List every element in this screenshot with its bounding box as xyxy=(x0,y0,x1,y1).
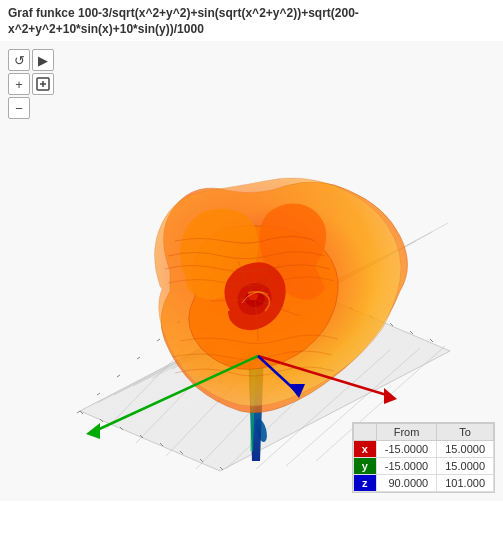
col-header-to: To xyxy=(437,424,494,441)
to-value: 15.0000 xyxy=(437,458,494,475)
from-value: -15.0000 xyxy=(376,441,436,458)
data-table: From To x-15.000015.0000y-15.000015.0000… xyxy=(353,423,494,492)
zoom-reset-button[interactable] xyxy=(32,73,54,95)
title-bar: Graf funkce 100-3/sqrt(x^2+y^2)+sin(sqrt… xyxy=(0,0,503,41)
svg-line-35 xyxy=(77,411,80,413)
svg-marker-48 xyxy=(86,423,100,439)
toolbar: ↺ ▶ + − xyxy=(8,49,54,119)
table-header-row: From To xyxy=(353,424,493,441)
axis-label-cell: x xyxy=(353,441,376,458)
title-prefix: Graf funkce xyxy=(8,6,78,20)
svg-line-39 xyxy=(157,339,160,341)
col-header-from: From xyxy=(376,424,436,441)
svg-line-38 xyxy=(137,357,140,359)
rotate-cw-button[interactable]: ▶ xyxy=(32,49,54,71)
from-value: -15.0000 xyxy=(376,458,436,475)
axis-label-cell: y xyxy=(353,458,376,475)
data-table-container: From To x-15.000015.0000y-15.000015.0000… xyxy=(352,422,495,493)
toolbar-row-3: − xyxy=(8,97,54,119)
zoom-in-button[interactable]: + xyxy=(8,73,30,95)
rotate-ccw-button[interactable]: ↺ xyxy=(8,49,30,71)
table-row: z90.0000101.000 xyxy=(353,475,493,492)
zoom-out-button[interactable]: − xyxy=(8,97,30,119)
svg-line-36 xyxy=(97,393,100,395)
svg-line-37 xyxy=(117,375,120,377)
graph-area: ↺ ▶ + − xyxy=(0,41,503,501)
svg-line-33 xyxy=(410,331,413,334)
table-row: x-15.000015.0000 xyxy=(353,441,493,458)
toolbar-row-2: + xyxy=(8,73,54,95)
col-header-axis xyxy=(353,424,376,441)
table-row: y-15.000015.0000 xyxy=(353,458,493,475)
axis-label-cell: z xyxy=(353,475,376,492)
from-value: 90.0000 xyxy=(376,475,436,492)
to-value: 15.0000 xyxy=(437,441,494,458)
to-value: 101.000 xyxy=(437,475,494,492)
svg-line-34 xyxy=(430,339,433,342)
toolbar-row-1: ↺ ▶ xyxy=(8,49,54,71)
